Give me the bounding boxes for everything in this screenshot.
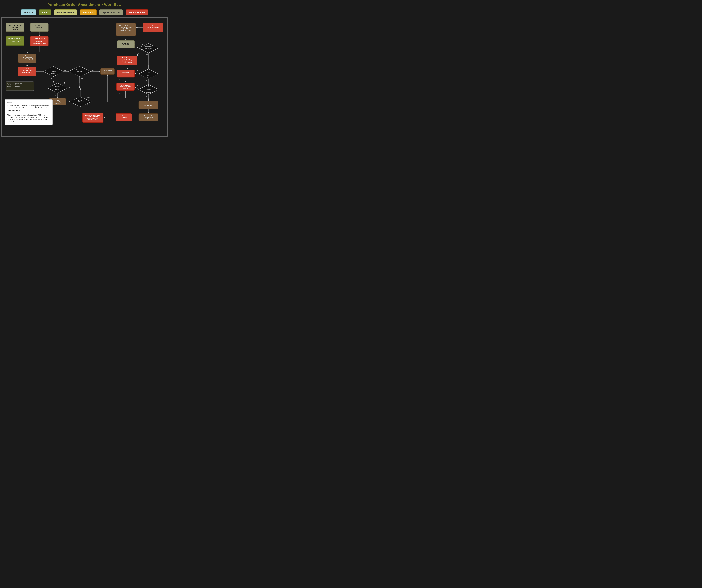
svg-text:becomes Open: becomes Open xyxy=(144,105,153,106)
svg-text:NO: NO xyxy=(64,70,66,71)
svg-text:YES: YES xyxy=(92,70,94,71)
svg-line-137 xyxy=(134,87,139,90)
svg-text:Unapproved: Unapproved xyxy=(122,42,129,44)
svg-text:Routes to C&G: Routes to C&G xyxy=(103,70,112,71)
svg-text:Line-Item Receiving: Line-Item Receiving xyxy=(9,39,21,41)
svg-text:over $10,000?: over $10,000? xyxy=(77,101,84,102)
svg-text:approves: approves xyxy=(124,59,130,60)
svg-text:eInvoice: eInvoice xyxy=(121,118,126,120)
notes-box: Notes: If a fiscal officer (FO) creates … xyxy=(5,100,52,125)
svg-text:Budget reviewer: Budget reviewer xyxy=(122,57,132,58)
svg-text:a nonresident: a nonresident xyxy=(145,74,152,75)
notes-line1: If a fiscal officer (FO) creates a POA u… xyxy=(7,105,50,112)
svg-text:Is PO to: Is PO to xyxy=(146,72,150,73)
notes-line2: POAs from unordered items will route to … xyxy=(7,114,50,123)
svg-text:NO: NO xyxy=(146,80,147,81)
svg-text:added when initiator is the: added when initiator is the xyxy=(7,84,21,86)
svg-text:KFS creates: KFS creates xyxy=(23,55,31,56)
legend-batch: Batch Job xyxy=(80,9,97,15)
svg-text:Is order: Is order xyxy=(78,100,83,101)
svg-text:have C&G: have C&G xyxy=(77,71,82,72)
svg-text:transaction: transaction xyxy=(146,89,151,90)
svg-text:PO status: PO status xyxy=(145,103,151,105)
svg-text:less than: less than xyxy=(51,71,55,72)
svg-text:Received: Received xyxy=(12,28,18,30)
legend-interface: Interface xyxy=(21,9,36,15)
svg-text:processor: processor xyxy=(104,71,110,73)
svg-text:invoice or: invoice or xyxy=(121,117,127,118)
svg-text:authority): authority) xyxy=(123,88,128,89)
svg-text:Pending CM Assign-: Pending CM Assign- xyxy=(120,27,132,28)
svg-text:Vendor sends: Vendor sends xyxy=(120,115,128,117)
svg-text:YES: YES xyxy=(137,70,140,72)
svg-text:Commodity: Commodity xyxy=(54,86,61,87)
svg-text:Organizational: Organizational xyxy=(121,84,130,86)
svg-text:approves; adds: approves; adds xyxy=(22,70,32,71)
svg-text:YES: YES xyxy=(137,85,140,86)
svg-text:Items are: Items are xyxy=(12,27,18,28)
svg-text:Separation of duty reviewer: Separation of duty reviewer xyxy=(7,83,22,84)
svg-text:assigns and submits: assigns and submits xyxy=(147,27,159,28)
svg-text:under analysis): under analysis) xyxy=(123,62,132,63)
notes-title: Notes: xyxy=(7,101,50,104)
svg-text:an Order: an Order xyxy=(36,27,42,28)
svg-text:account numbers: account numbers xyxy=(22,72,32,73)
svg-text:PO created with status: PO created with status xyxy=(119,25,133,26)
svg-text:commodity: commodity xyxy=(54,101,61,103)
legend: Interface e-doc External System Batch Jo… xyxy=(0,8,169,17)
svg-text:YES: YES xyxy=(50,78,53,79)
svg-text:amount?: amount? xyxy=(146,92,151,93)
legend-edoc: e-doc xyxy=(39,9,51,15)
svg-text:have insufficient: have insufficient xyxy=(144,47,152,49)
svg-text:alien or: alien or xyxy=(147,75,150,76)
svg-text:Receiver adds items to: Receiver adds items to xyxy=(8,38,22,39)
svg-text:Requisition (REQS): Requisition (REQS) xyxy=(34,38,45,39)
svg-text:Is order: Is order xyxy=(51,69,55,71)
svg-text:review: review xyxy=(56,87,59,89)
svg-text:(budget review is: (budget review is xyxy=(122,60,132,62)
diagram-area: When Unordered Items are Received When C… xyxy=(1,17,168,137)
svg-text:File created for: File created for xyxy=(144,115,153,117)
svg-text:Amendment (POA): Amendment (POA) xyxy=(21,58,33,60)
svg-text:required?: required? xyxy=(55,89,60,90)
svg-text:Fiscal officer: Fiscal officer xyxy=(23,68,31,70)
svg-text:Payment Request (PREQ): Payment Request (PREQ) xyxy=(85,114,100,116)
svg-text:NO: NO xyxy=(119,93,120,94)
svg-text:Tax manager: Tax manager xyxy=(122,72,130,73)
svg-text:YES: YES xyxy=(139,41,142,43)
svg-text:initiator selects: initiator selects xyxy=(35,39,44,41)
svg-text:NO: NO xyxy=(146,95,147,97)
svg-text:NO: NO xyxy=(68,86,70,88)
svg-text:When Unordered: When Unordered xyxy=(9,25,21,26)
svg-text:Contract manager: Contract manager xyxy=(147,25,158,26)
svg-text:NO: NO xyxy=(87,104,89,105)
svg-text:Does account: Does account xyxy=(76,69,83,71)
svg-text:YES: YES xyxy=(87,97,90,98)
svg-text:approval limits): approval limits) xyxy=(88,119,98,120)
svg-text:employee?: employee? xyxy=(146,76,151,78)
svg-text:(RCVL) e-doc: (RCVL) e-doc xyxy=(11,41,19,42)
legend-system: System Function xyxy=(99,9,123,15)
svg-text:funds?: funds? xyxy=(147,49,150,50)
svg-text:Is PO over: Is PO over xyxy=(146,87,151,89)
legend-manual: Manual Process xyxy=(125,9,148,15)
svg-text:approval based on: approval based on xyxy=(87,118,98,119)
svg-text:NO: NO xyxy=(81,78,83,79)
svg-text:YES: YES xyxy=(140,48,143,50)
svg-text:approves: approves xyxy=(123,73,128,75)
svg-text:authority: authority xyxy=(146,91,151,92)
page-title: Purchase Order Amendment • Workflow xyxy=(0,0,169,8)
svg-text:When Changing: When Changing xyxy=(34,25,45,26)
svg-text:Purchase Order: Purchase Order xyxy=(22,56,32,58)
svg-text:Routes to: Routes to xyxy=(54,100,60,101)
svg-text:reviewer: reviewer xyxy=(55,103,60,104)
svg-text:Purchase Order (PO): Purchase Order (PO) xyxy=(33,42,46,44)
svg-text:NO: NO xyxy=(146,54,147,55)
svg-text:created (requires: created (requires xyxy=(88,116,98,117)
svg-text:NO: NO xyxy=(119,79,120,81)
svg-text:Do accounts: Do accounts xyxy=(145,46,151,47)
legend-external: External System xyxy=(54,9,77,15)
svg-text:only one in the route log.: only one in the route log. xyxy=(7,86,20,87)
svg-text:flow for next steps): flow for next steps) xyxy=(120,30,131,31)
svg-text:responsibility?: responsibility? xyxy=(76,72,83,74)
